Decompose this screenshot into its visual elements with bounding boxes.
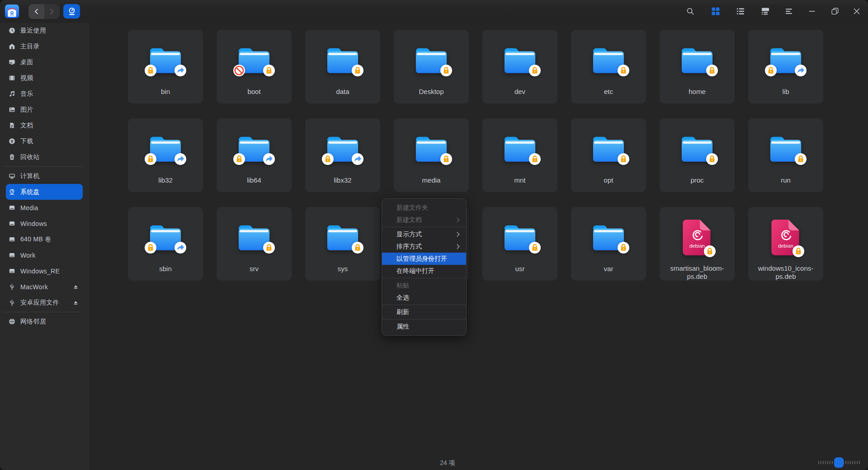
lock-emblem-icon: [706, 65, 718, 76]
eject-button[interactable]: [72, 299, 79, 306]
sidebar-divider: [4, 312, 83, 312]
file-tile-opt[interactable]: opt: [571, 118, 646, 192]
context-menu: 新建文件夹 新建文档 显示方式 排序方式 以管理员身份打开 在终端中打开 粘贴 …: [382, 198, 467, 336]
sidebar-item-视频[interactable]: 视频: [6, 70, 83, 86]
file-tile-smartisan_bloom-ps.deb[interactable]: debian smartisan_bloom-ps.deb: [660, 207, 735, 281]
file-tile-var[interactable]: var: [571, 207, 646, 281]
sidebar-item-Media[interactable]: Media: [6, 200, 83, 216]
submenu-chevron-icon: [455, 217, 461, 223]
lock-emblem-icon: [145, 242, 156, 254]
menu-divider: [382, 305, 466, 305]
sidebar-item-Windows[interactable]: Windows: [6, 216, 83, 231]
file-tile-etc[interactable]: etc: [571, 30, 646, 103]
chevron-right-icon: [49, 9, 54, 14]
drive-icon: [9, 220, 15, 227]
sidebar-item-Work[interactable]: Work: [6, 247, 83, 263]
restore-button[interactable]: [827, 3, 843, 19]
icon-size-slider-handle[interactable]: [834, 457, 844, 468]
detail-view-button[interactable]: [757, 3, 774, 19]
computer-icon: [9, 173, 15, 179]
grid-view-button[interactable]: [708, 3, 724, 19]
file-tile-data[interactable]: data: [305, 30, 380, 103]
back-button[interactable]: [28, 4, 44, 19]
drive-icon: [9, 236, 15, 243]
sidebar-item-文档[interactable]: 文档: [6, 118, 83, 133]
file-tile-windows10_icons-ps.deb[interactable]: debian windows10_icons-ps.deb: [748, 207, 823, 281]
image-icon: [9, 106, 15, 113]
file-tile-proc[interactable]: proc: [660, 118, 735, 192]
menu-item-显示方式[interactable]: 显示方式: [382, 228, 466, 240]
lock-emblem-icon: [352, 65, 363, 76]
lock-emblem-icon: [233, 153, 245, 165]
sidebar-item-640 MB 卷[interactable]: 640 MB 卷: [6, 231, 83, 247]
sidebar-item-下载[interactable]: 下载: [6, 133, 83, 149]
usb-icon: [9, 299, 15, 306]
usb-icon: [9, 283, 15, 290]
file-tile-media[interactable]: media: [394, 118, 469, 192]
document-icon: [9, 122, 15, 129]
file-tile-lib32[interactable]: lib32: [128, 118, 203, 192]
close-button[interactable]: [849, 3, 865, 19]
drive-icon: [9, 204, 15, 211]
sidebar-item-安卓应用文件[interactable]: 安卓应用文件: [6, 295, 83, 310]
menu-item-全选[interactable]: 全选: [382, 291, 466, 304]
file-tile-bin[interactable]: bin: [128, 30, 203, 103]
sidebar-item-最近使用[interactable]: 最近使用: [6, 23, 83, 38]
file-tile-libx32[interactable]: libx32: [305, 118, 380, 192]
title-menu-icon: [784, 7, 793, 16]
lock-emblem-icon: [529, 65, 541, 76]
menu-item-新建文档[interactable]: 新建文档: [382, 214, 466, 226]
sidebar-item-主目录[interactable]: 主目录: [6, 38, 83, 54]
list-view-button[interactable]: [732, 3, 749, 19]
home-icon: [9, 43, 15, 50]
sidebar-item-图片[interactable]: 图片: [6, 102, 83, 118]
file-tile-srv[interactable]: srv: [217, 207, 292, 281]
sidebar-item-桌面[interactable]: 桌面: [6, 54, 83, 70]
globe-icon: [9, 318, 15, 325]
search-button[interactable]: [682, 3, 698, 19]
sidebar-item-回收站[interactable]: 回收站: [6, 149, 83, 165]
sidebar-item-Windows_RE[interactable]: Windows_RE: [6, 263, 83, 279]
menu-item-刷新[interactable]: 刷新: [382, 306, 466, 318]
tab-system-disk[interactable]: [63, 4, 80, 19]
sidebar-item-音乐[interactable]: 音乐: [6, 86, 83, 102]
forward-button[interactable]: [44, 4, 60, 19]
file-tile-lib[interactable]: lib: [748, 30, 823, 103]
sidebar-item-MacWork[interactable]: MacWork: [6, 279, 83, 295]
file-tile-sbin[interactable]: sbin: [128, 207, 203, 281]
music-icon: [9, 90, 15, 97]
title-menu-button[interactable]: [781, 3, 797, 19]
lock-emblem-icon: [263, 65, 275, 76]
lock-emblem-icon: [322, 153, 334, 165]
lock-emblem-icon: [765, 65, 777, 76]
submenu-chevron-icon: [455, 231, 461, 237]
sidebar-item-网络邻居[interactable]: 网络邻居: [6, 314, 83, 329]
lock-emblem-icon: [440, 65, 452, 76]
lock-emblem-icon: [145, 153, 156, 165]
menu-item-排序方式[interactable]: 排序方式: [382, 240, 466, 253]
menu-item-粘贴[interactable]: 粘贴: [382, 279, 466, 291]
file-tile-lib64[interactable]: lib64: [217, 118, 292, 192]
menu-divider: [382, 227, 466, 227]
share-emblem-icon: [175, 242, 186, 254]
sidebar-item-计算机[interactable]: 计算机: [6, 168, 83, 184]
file-tile-usr[interactable]: usr: [482, 207, 557, 281]
file-tile-dev[interactable]: dev: [482, 30, 557, 103]
eject-button[interactable]: [72, 283, 79, 290]
minimize-button[interactable]: [804, 3, 820, 19]
menu-item-在终端中打开[interactable]: 在终端中打开: [382, 265, 466, 277]
menu-item-以管理员身份打开[interactable]: 以管理员身份打开: [382, 253, 466, 265]
file-tile-Desktop[interactable]: Desktop: [394, 30, 469, 103]
share-emblem-icon: [175, 65, 186, 76]
file-tile-mnt[interactable]: mnt: [482, 118, 557, 192]
file-tile-run[interactable]: run: [748, 118, 823, 192]
menu-item-属性[interactable]: 属性: [382, 320, 466, 333]
file-tile-sys[interactable]: sys: [305, 207, 380, 281]
navigation-buttons: [28, 4, 60, 19]
file-tile-home[interactable]: home: [660, 30, 735, 103]
sidebar-item-系统盘[interactable]: 系统盘: [6, 184, 83, 200]
drive-icon: [9, 252, 15, 258]
file-tile-boot[interactable]: boot: [217, 30, 292, 103]
menu-item-新建文件夹[interactable]: 新建文件夹: [382, 202, 466, 214]
lock-emblem-icon: [618, 153, 629, 165]
